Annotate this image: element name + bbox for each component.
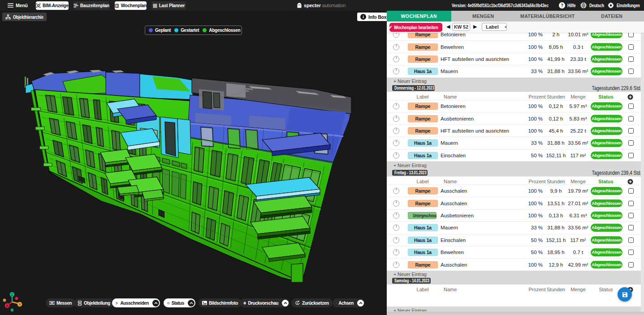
svg-text:e: e: [297, 302, 298, 304]
svg-text:?: ?: [561, 3, 563, 8]
svg-text:i: i: [363, 15, 363, 19]
svg-text:Y: Y: [19, 303, 21, 306]
svg-text:Z: Z: [11, 293, 13, 296]
svg-text:X: X: [6, 304, 9, 307]
